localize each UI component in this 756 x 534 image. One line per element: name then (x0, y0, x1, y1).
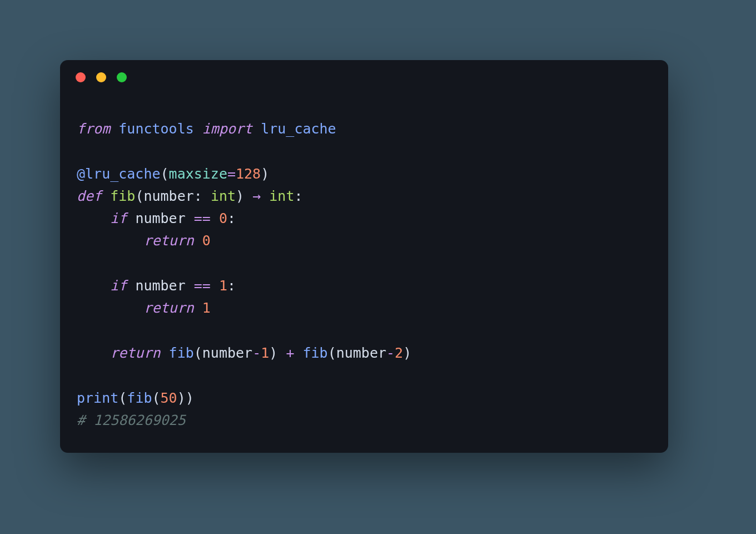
stage: from functools import lru_cache @lru_cac… (0, 0, 756, 534)
paren-close: ) (261, 166, 269, 182)
code-block: from functools import lru_cache @lru_cac… (77, 118, 651, 436)
num-2: 2 (395, 345, 403, 361)
paren-open: ( (161, 166, 169, 182)
keyword-if: if (110, 210, 127, 226)
keyword-return: return (143, 300, 193, 316)
window-minimize-button[interactable] (96, 72, 106, 82)
window-zoom-button[interactable] (117, 72, 127, 82)
var-number: number (135, 210, 185, 226)
var-number: number (202, 345, 252, 361)
comment-output: 12586269025 (85, 412, 186, 428)
arrow: → (252, 188, 261, 204)
paren-close: ) (186, 390, 194, 406)
decorator-at: @ (77, 166, 85, 182)
colon: : (227, 210, 236, 226)
paren-open: ( (118, 390, 127, 406)
num-1: 1 (219, 278, 227, 294)
op-minus: - (252, 345, 261, 361)
func-call-fib: fib (303, 345, 328, 361)
func-call-fib: fib (169, 345, 194, 361)
keyword-if: if (110, 278, 127, 294)
num-128: 128 (236, 166, 261, 182)
paren-close: ) (269, 345, 277, 361)
code-window: from functools import lru_cache @lru_cac… (60, 60, 668, 453)
kwarg-maxsize: maxsize (169, 166, 227, 182)
var-number: number (336, 345, 386, 361)
paren-open: ( (152, 390, 160, 406)
comment-hash: # (77, 412, 85, 428)
paren-open: ( (328, 345, 336, 361)
keyword-from: from (77, 121, 110, 137)
op-minus: - (386, 345, 395, 361)
import-lru-cache: lru_cache (261, 121, 336, 137)
module-functools: functools (118, 121, 193, 137)
num-50: 50 (161, 390, 177, 406)
var-number: number (135, 278, 185, 294)
num-1: 1 (261, 345, 269, 361)
window-close-button[interactable] (76, 72, 86, 82)
op-plus: + (286, 345, 294, 361)
paren-close: ) (236, 188, 244, 204)
decorator-lru-cache: lru_cache (85, 166, 160, 182)
paren-close: ) (177, 390, 186, 406)
window-titlebar (60, 60, 668, 95)
return-type-int: int (269, 188, 294, 204)
num-0: 0 (219, 210, 227, 226)
func-call-fib: fib (127, 390, 152, 406)
keyword-return: return (143, 233, 193, 249)
func-call-print: print (77, 390, 118, 406)
colon: : (294, 188, 302, 204)
paren-open: ( (135, 188, 143, 204)
func-def-fib: fib (110, 188, 135, 204)
paren-open: ( (194, 345, 202, 361)
colon: : (194, 188, 202, 204)
op-eq-eq: == (194, 210, 211, 226)
keyword-import: import (202, 121, 252, 137)
param-number: number (143, 188, 193, 204)
num-0: 0 (202, 233, 211, 249)
op-assign: = (227, 166, 236, 182)
paren-close: ) (403, 345, 411, 361)
keyword-def: def (77, 188, 102, 204)
op-eq-eq: == (194, 278, 211, 294)
num-1: 1 (202, 300, 211, 316)
keyword-return: return (110, 345, 160, 361)
type-int: int (211, 188, 236, 204)
colon: : (227, 278, 236, 294)
